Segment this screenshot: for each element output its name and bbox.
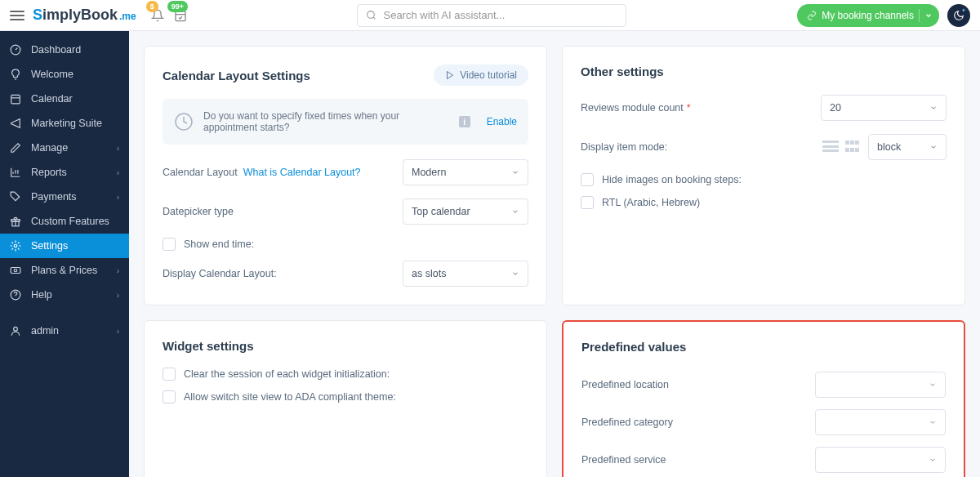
card-title: Widget settings bbox=[163, 339, 528, 353]
bulb-icon bbox=[10, 69, 23, 80]
enable-link[interactable]: Enable bbox=[487, 116, 517, 127]
gift-icon bbox=[10, 216, 23, 227]
rtl-checkbox[interactable] bbox=[581, 196, 594, 209]
svg-rect-0 bbox=[176, 11, 185, 20]
predefined-category-select[interactable] bbox=[815, 409, 946, 435]
sidebar-item-manage[interactable]: Manage› bbox=[0, 136, 129, 160]
chevron-down-icon bbox=[929, 456, 937, 464]
chevron-down-icon bbox=[929, 381, 937, 389]
user-icon bbox=[10, 325, 23, 337]
link-icon bbox=[807, 11, 817, 20]
chevron-down-icon bbox=[929, 143, 938, 151]
search-icon bbox=[366, 10, 376, 20]
predefined-service-select[interactable] bbox=[815, 447, 946, 473]
chevron-down-icon bbox=[511, 207, 519, 216]
hide-images-checkbox[interactable] bbox=[581, 173, 594, 186]
sparkle-icon: ✦ bbox=[961, 7, 966, 14]
play-icon bbox=[445, 70, 455, 80]
datepicker-type-select[interactable]: Top calendar bbox=[403, 198, 528, 225]
calendar-layout-card: Calendar Layout Settings Video tutorial … bbox=[144, 46, 547, 305]
video-tutorial-button[interactable]: Video tutorial bbox=[434, 65, 528, 86]
calendar-icon bbox=[10, 93, 23, 105]
display-mode-select[interactable]: block bbox=[868, 134, 947, 160]
sidebar-item-calendar[interactable]: Calendar bbox=[0, 87, 129, 111]
sidebar-item-welcome[interactable]: Welcome bbox=[0, 62, 129, 87]
chevron-down-icon bbox=[511, 270, 519, 278]
clear-session-checkbox[interactable] bbox=[163, 368, 176, 381]
gear-icon bbox=[10, 240, 23, 252]
hamburger-menu[interactable] bbox=[10, 8, 24, 23]
chevron-down-icon bbox=[511, 168, 519, 176]
dollar-badge[interactable]: $ bbox=[146, 1, 158, 12]
search-input[interactable]: Search with AI assistant... bbox=[357, 4, 626, 27]
sidebar-item-payments[interactable]: Payments› bbox=[0, 185, 129, 209]
widget-settings-card: Widget settings Clear the session of eac… bbox=[144, 320, 547, 477]
help-icon bbox=[10, 289, 23, 301]
svg-rect-3 bbox=[11, 95, 20, 104]
calendar-layout-help-link[interactable]: What is Calendar Layout? bbox=[243, 167, 361, 178]
reviews-count-select[interactable]: 20 bbox=[821, 95, 947, 121]
tag-icon bbox=[10, 191, 23, 203]
svg-rect-7 bbox=[11, 268, 20, 274]
ada-checkbox[interactable] bbox=[163, 390, 176, 403]
chart-icon bbox=[10, 167, 23, 178]
sidebar-item-settings[interactable]: Settings bbox=[0, 234, 129, 258]
sidebar-item-help[interactable]: Help› bbox=[0, 283, 129, 307]
chevron-right-icon: › bbox=[117, 144, 119, 153]
sidebar-item-custom-features[interactable]: Custom Features bbox=[0, 209, 129, 234]
chevron-right-icon: › bbox=[117, 193, 119, 202]
chevron-right-icon: › bbox=[117, 291, 119, 300]
svg-marker-11 bbox=[448, 72, 453, 79]
chevron-right-icon: › bbox=[117, 327, 119, 336]
sidebar: Dashboard Welcome Calendar Marketing Sui… bbox=[0, 31, 129, 477]
sidebar-item-plans[interactable]: Plans & Prices› bbox=[0, 258, 129, 283]
megaphone-icon bbox=[10, 118, 23, 129]
grid-mode-icon[interactable] bbox=[845, 140, 862, 154]
chevron-down-icon bbox=[929, 104, 938, 112]
other-settings-card: Other settings Reviews module count* 20 … bbox=[562, 46, 965, 305]
chevron-down-icon bbox=[929, 418, 937, 426]
card-title: Calendar Layout Settings bbox=[163, 69, 310, 82]
show-end-time-checkbox[interactable] bbox=[163, 238, 176, 251]
pencil-icon bbox=[10, 142, 23, 154]
sidebar-item-dashboard[interactable]: Dashboard bbox=[0, 38, 129, 62]
card-title: Predefined values bbox=[581, 340, 946, 354]
svg-point-10 bbox=[14, 327, 18, 331]
sidebar-item-reports[interactable]: Reports› bbox=[0, 160, 129, 185]
fixed-times-banner: Do you want to specify fixed times when … bbox=[163, 99, 528, 145]
booking-channels-button[interactable]: My booking channels bbox=[797, 4, 939, 27]
info-icon[interactable]: i bbox=[459, 116, 470, 127]
money-icon bbox=[10, 265, 23, 276]
clock-icon bbox=[174, 112, 194, 132]
gauge-icon bbox=[10, 44, 23, 56]
sidebar-item-admin[interactable]: admin› bbox=[0, 319, 129, 343]
svg-point-8 bbox=[14, 269, 17, 272]
display-calendar-layout-select[interactable]: as slots bbox=[403, 261, 528, 287]
sidebar-item-marketing[interactable]: Marketing Suite bbox=[0, 111, 129, 136]
calendar-layout-select[interactable]: Modern bbox=[403, 159, 528, 185]
svg-point-6 bbox=[14, 244, 17, 247]
card-title: Other settings bbox=[581, 65, 947, 78]
chevron-down-icon bbox=[924, 11, 933, 20]
notification-badge[interactable]: 99+ bbox=[167, 1, 188, 12]
predefined-location-select[interactable] bbox=[815, 372, 946, 398]
chevron-right-icon: › bbox=[117, 266, 119, 275]
svg-point-1 bbox=[368, 11, 375, 19]
logo[interactable]: SimplyBook.me bbox=[33, 7, 136, 24]
predefined-values-card: Predefined values Predefined location Pr… bbox=[562, 320, 965, 477]
chevron-right-icon: › bbox=[117, 168, 119, 177]
dark-mode-button[interactable]: ✦ bbox=[947, 4, 970, 27]
list-mode-icon[interactable] bbox=[822, 140, 839, 154]
